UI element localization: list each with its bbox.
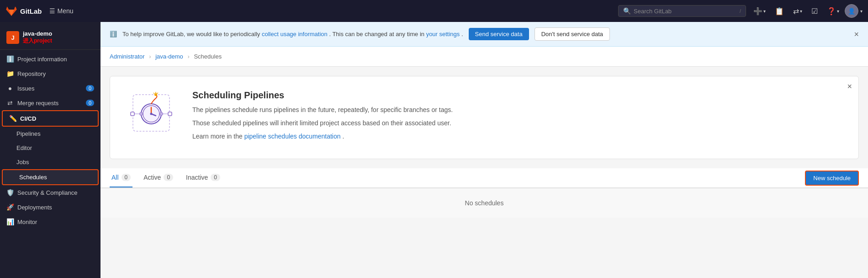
security-icon: 🛡️ [6,189,14,196]
sidebar-label-schedules: Schedules [19,174,47,181]
pipeline-illustration [124,90,179,136]
avatar-chevron: ▾ [860,9,863,14]
issues-icon: ☑ [811,7,818,16]
svg-point-11 [160,112,163,116]
issues-nav-button[interactable]: ☑ [808,4,821,18]
chevron-icon: ▾ [763,9,766,14]
chevron-down-icon: ▾ [800,9,802,14]
sidebar-item-deployments[interactable]: 🚀 Deployments [0,200,101,214]
tab-inactive[interactable]: Inactive 0 [184,168,222,187]
menu-button[interactable]: ☰ Menu [46,5,77,16]
sidebar-item-security-compliance[interactable]: 🛡️ Security & Compliance [0,185,101,200]
repository-icon: 📁 [6,70,14,77]
question-icon: ❓ [827,7,836,16]
sidebar-label-pipelines: Pipelines [16,130,41,137]
page-layout: J java-demo 进入project ℹ️ Project informa… [0,22,868,278]
sidebar-item-repository[interactable]: 📁 Repository [0,66,101,81]
sidebar-item-editor[interactable]: Editor [0,141,101,155]
svg-line-8 [157,93,158,94]
card-learn-more: Learn more in the pipeline schedules doc… [192,132,453,141]
sidebar-label-merge-requests: Merge requests [17,100,58,107]
no-schedules-message: No schedules [101,188,868,218]
project-name: java-demo [23,30,52,37]
sidebar-label-project-info: Project information [17,56,67,63]
user-avatar[interactable]: 👤 [845,4,858,18]
main-content: ℹ️ To help improve GitLab, we would like… [101,22,868,278]
dont-send-service-data-button[interactable]: Don't send service data [535,27,610,41]
card-desc2: Those scheduled pipelines will inherit l… [192,118,453,128]
search-bar: 🔍 / [618,5,746,17]
breadcrumb-current: Schedules [194,53,222,60]
sidebar-label-jobs: Jobs [16,159,29,166]
gitlab-logo[interactable]: GitLab [5,5,42,17]
tab-all-count: 0 [122,174,131,181]
sidebar-item-jobs[interactable]: Jobs [0,155,101,169]
project-header[interactable]: J java-demo 进入project [0,26,101,50]
banner-message: To help improve GitLab, we would like to… [122,31,463,37]
sidebar-label-security: Security & Compliance [17,189,78,196]
sidebar-label-cicd: CI/CD [20,115,36,122]
tabs-toolbar: All 0 Active 0 Inactive 0 New schedule [101,168,868,188]
chevron-down2-icon: ▾ [837,9,839,14]
banner-close-button[interactable]: × [854,30,859,38]
info-icon-banner: ℹ️ [110,31,117,37]
send-service-data-button[interactable]: Send service data [469,28,529,40]
sidebar-label-repository: Repository [17,70,46,77]
search-input[interactable] [634,8,737,15]
tab-all[interactable]: All 0 [110,168,132,187]
sidebar-item-merge-requests[interactable]: ⇄ Merge requests 0 [0,96,101,110]
tab-inactive-count: 0 [211,174,220,181]
sidebar-item-schedules[interactable]: Schedules [2,169,99,185]
info-icon: ℹ️ [6,55,14,63]
card-title: Scheduling Pipelines [192,90,453,101]
settings-link[interactable]: your settings [426,31,461,37]
project-avatar: J [6,31,19,44]
user-icon: 👤 [848,8,855,15]
breadcrumb-project[interactable]: java-demo [155,53,185,60]
todo-button[interactable]: 📋 [771,4,788,18]
collect-usage-link[interactable]: collect usage information [262,31,329,37]
breadcrumb-admin[interactable]: Administrator [110,53,146,60]
svg-line-9 [153,93,154,94]
checklist-icon: 📋 [775,7,784,16]
help-button[interactable]: ❓ ▾ [823,4,843,18]
search-icon: 🔍 [623,7,631,15]
sidebar-item-monitor[interactable]: 📊 Monitor [0,214,101,229]
merge-requests-icon: ⇄ [6,99,14,107]
hamburger-icon: ☰ [49,7,55,15]
deployments-icon: 🚀 [6,203,14,211]
sidebar-label-issues: Issues [17,85,35,92]
nav-icon-group: ➕ ▾ 📋 ⇄ ▾ ☑ ❓ ▾ 👤 ▾ [750,4,863,18]
sidebar-item-pipelines[interactable]: Pipelines [0,127,101,141]
svg-point-5 [150,113,153,115]
sidebar-item-issues[interactable]: ● Issues 0 [0,81,101,96]
issues-badge: 0 [86,85,94,91]
schedules-table: No schedules [101,188,868,218]
issues-nav-icon: ● [6,85,14,92]
svg-rect-14 [131,112,134,116]
search-kbd: / [740,8,741,14]
card-text-content: Scheduling Pipelines The pipelines sched… [192,90,453,145]
scheduling-pipelines-card: × [110,76,859,159]
pipeline-schedules-doc-link[interactable]: pipeline schedules documentation [244,133,343,140]
new-schedule-button[interactable]: New schedule [805,171,859,186]
merge-icon: ⇄ [793,7,799,16]
top-navigation: GitLab ☰ Menu 🔍 / ➕ ▾ 📋 ⇄ ▾ ☑ ❓ ▾ 👤 ▾ [0,0,868,22]
project-label: 进入project [23,37,52,45]
sidebar-label-deployments: Deployments [17,204,52,211]
breadcrumb-sep1: › [149,53,153,60]
sidebar-item-cicd[interactable]: ✏️ CI/CD [2,110,99,127]
sidebar: J java-demo 进入project ℹ️ Project informa… [0,22,101,278]
create-button[interactable]: ➕ ▾ [750,4,769,18]
svg-point-10 [140,112,143,116]
cicd-icon: ✏️ [9,115,16,122]
merge-requests-nav-button[interactable]: ⇄ ▾ [789,4,806,18]
sidebar-label-monitor: Monitor [17,219,37,225]
merge-requests-badge: 0 [86,100,94,106]
sidebar-item-project-information[interactable]: ℹ️ Project information [0,52,101,66]
tab-active[interactable]: Active 0 [142,168,175,187]
card-close-button[interactable]: × [847,82,852,91]
breadcrumb-sep2: › [187,53,191,60]
card-desc1: The pipelines schedule runs pipelines in… [192,105,453,115]
sidebar-label-editor: Editor [16,144,32,151]
